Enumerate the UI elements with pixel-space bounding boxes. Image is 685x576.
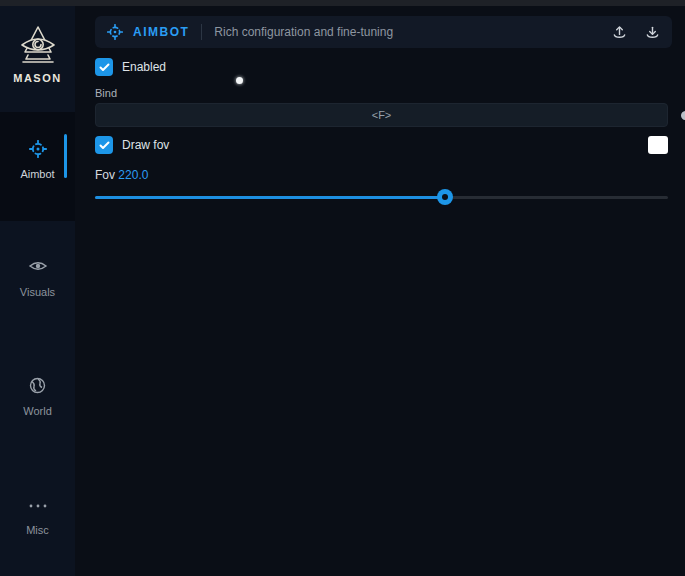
page-header: AIMBOT Rich configuration and fine-tunin…: [95, 16, 672, 48]
sidebar-item-world[interactable]: World: [0, 377, 75, 419]
check-icon: [99, 136, 110, 154]
brand-name: MASON: [0, 72, 75, 84]
globe-icon: [0, 377, 75, 395]
slider-thumb[interactable]: [437, 189, 453, 205]
fov-slider[interactable]: [95, 189, 668, 205]
sidebar-item-misc[interactable]: Misc: [0, 496, 75, 538]
main-panel: AIMBOT Rich configuration and fine-tunin…: [75, 6, 685, 576]
illuminati-eye-icon: [0, 22, 75, 68]
page-subtitle: Rich configuration and fine-tuning: [214, 25, 594, 39]
particle-dot: [681, 111, 685, 120]
enabled-checkbox[interactable]: [95, 58, 113, 76]
download-icon[interactable]: [645, 25, 660, 40]
enabled-row: Enabled: [95, 58, 166, 76]
draw-fov-label: Draw fov: [122, 138, 169, 152]
brand-logo: MASON: [0, 22, 75, 84]
bind-label: Bind: [95, 87, 117, 99]
enabled-label: Enabled: [122, 60, 166, 74]
sidebar-item-visuals[interactable]: Visuals: [0, 258, 75, 300]
sidebar-item-label: Aimbot: [20, 168, 54, 180]
page-title: AIMBOT: [133, 25, 189, 39]
check-icon: [99, 58, 110, 76]
draw-fov-checkbox[interactable]: [95, 136, 113, 154]
sidebar: MASON Aimbot Visuals: [0, 6, 75, 576]
ellipsis-icon: [0, 496, 75, 514]
sidebar-item-label: World: [23, 405, 52, 417]
sidebar-item-label: Visuals: [20, 286, 55, 298]
fov-value: 220.0: [118, 168, 148, 182]
sidebar-item-aimbot[interactable]: Aimbot: [0, 140, 75, 182]
draw-fov-row: Draw fov: [95, 136, 169, 154]
fov-color-swatch[interactable]: [648, 136, 668, 154]
sidebar-item-label: Misc: [26, 524, 49, 536]
divider: [201, 24, 202, 40]
crosshair-icon: [0, 140, 75, 158]
upload-icon[interactable]: [612, 25, 627, 40]
slider-fill: [95, 196, 445, 199]
eye-icon: [0, 258, 75, 276]
particle-dot: [236, 77, 243, 84]
bind-input[interactable]: [95, 103, 668, 127]
fov-label-text: Fov: [95, 168, 115, 182]
crosshair-icon: [107, 24, 123, 40]
fov-label: Fov 220.0: [95, 168, 148, 182]
